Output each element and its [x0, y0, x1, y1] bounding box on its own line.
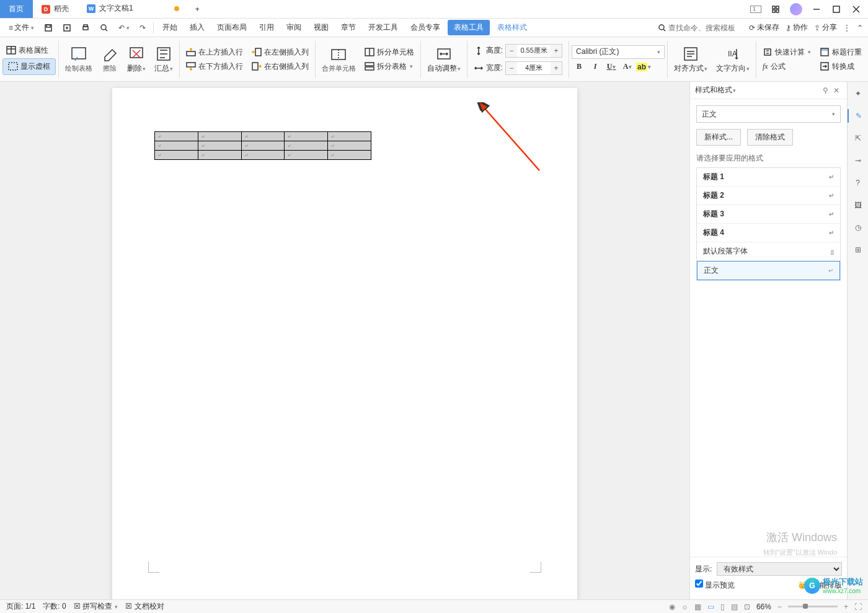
insert-col-left-button[interactable]: 在左侧插入列	[248, 46, 312, 59]
split-table-button[interactable]: 拆分表格▾	[361, 60, 418, 73]
menu-chapter[interactable]: 章节	[336, 20, 361, 35]
rail-help-icon[interactable]: ?	[851, 176, 865, 190]
sb-expand-icon[interactable]: ⛶	[854, 602, 862, 611]
qat-print[interactable]	[78, 22, 94, 34]
zoom-out[interactable]: −	[777, 602, 782, 611]
close-button[interactable]	[847, 2, 866, 17]
table-props-button[interactable]: 表格属性	[2, 44, 56, 57]
show-select[interactable]: 有效样式	[717, 562, 842, 576]
zoom-slider[interactable]	[788, 606, 838, 607]
show-virtual-frame-button[interactable]: 显示虚框	[2, 58, 56, 75]
layout-toggle-icon[interactable]: 1	[746, 2, 765, 17]
split-cell-button[interactable]: 拆分单元格	[361, 46, 418, 59]
tab-docker[interactable]: D稻壳	[33, 0, 78, 18]
apps-icon[interactable]	[766, 2, 785, 17]
delete-button[interactable]: 删除▾	[123, 44, 149, 75]
rail-image-icon[interactable]: 🖼	[851, 198, 865, 212]
autofit-button[interactable]: 自动调整▾	[423, 44, 464, 75]
share-button[interactable]: ⇪分享	[814, 22, 837, 33]
menu-hamburger[interactable]: ≡ 文件▾	[5, 20, 38, 35]
menu-insert[interactable]: 插入	[185, 20, 210, 35]
preview-checkbox[interactable]: 显示预览	[695, 580, 735, 591]
status-spell[interactable]: ☒ 拼写检查 ▾	[74, 601, 118, 612]
italic-button[interactable]: I	[588, 60, 603, 74]
menu-view[interactable]: 视图	[309, 20, 334, 35]
sb-sun-icon[interactable]: ☼	[681, 602, 688, 611]
merge-cells-button[interactable]: 合并单元格	[318, 45, 360, 74]
current-style-select[interactable]: 正文▾	[696, 105, 841, 123]
coop-button[interactable]: ⚷协作	[786, 22, 808, 33]
pin-icon[interactable]: ⚲	[820, 86, 831, 95]
width-minus[interactable]: −	[506, 62, 517, 74]
sb-fit-icon[interactable]: ⊡	[744, 602, 750, 611]
sb-grid-icon[interactable]: ▦	[694, 602, 701, 611]
user-avatar[interactable]	[790, 3, 802, 15]
sb-eye-icon[interactable]: ◉	[669, 602, 675, 611]
style-default-font[interactable]: 默认段落字体a	[697, 242, 840, 261]
rail-select-icon[interactable]: ⇱	[851, 131, 865, 145]
status-words[interactable]: 字数: 0	[43, 601, 66, 612]
insert-row-below-button[interactable]: 在下方插入行	[182, 60, 247, 73]
summary-button[interactable]: 汇总▾	[151, 44, 177, 75]
smart-layout-link[interactable]: 智能排版	[812, 580, 842, 591]
qat-export[interactable]	[59, 22, 75, 34]
qat-preview[interactable]	[96, 22, 112, 34]
sb-web-icon[interactable]: ▤	[731, 602, 738, 611]
underline-button[interactable]: U▾	[604, 60, 619, 74]
minimize-button[interactable]	[807, 2, 826, 17]
qat-undo[interactable]: ↶▾	[115, 22, 133, 34]
draw-table-button[interactable]: 绘制表格	[61, 45, 96, 74]
menu-review[interactable]: 审阅	[281, 20, 306, 35]
more-menu[interactable]: ⋮	[843, 24, 851, 32]
menu-member[interactable]: 会员专享	[405, 20, 445, 35]
document-workspace[interactable]: ⤶⤶⤶⤶⤶ ⤶⤶⤶⤶⤶ ⤶⤶⤶⤶⤶	[0, 82, 689, 599]
qat-redo[interactable]: ↷	[136, 22, 149, 34]
rail-pencil-icon[interactable]: ✎	[848, 109, 869, 123]
tab-document[interactable]: W文字文稿1	[78, 0, 188, 18]
style-heading2[interactable]: 标题 2↵	[697, 187, 840, 205]
height-plus[interactable]: +	[551, 45, 562, 57]
rail-clock-icon[interactable]: ◷	[851, 221, 865, 234]
rail-settings-icon[interactable]: ⊸	[851, 154, 865, 167]
menu-table-style[interactable]: 表格样式	[492, 20, 532, 35]
insert-row-above-button[interactable]: 在上方插入行	[182, 46, 247, 59]
unsaved-button[interactable]: ⟳未保存	[749, 22, 779, 33]
formula-button[interactable]: fx 公式	[759, 60, 815, 73]
tab-add[interactable]: +	[188, 0, 207, 18]
panel-close-icon[interactable]: ✕	[831, 86, 842, 95]
bold-button[interactable]: B	[572, 60, 587, 74]
highlight-button[interactable]: ab▾	[636, 60, 651, 74]
font-color-button[interactable]: A▾	[620, 60, 635, 74]
new-style-button[interactable]: 新样式...	[696, 129, 741, 146]
menu-start[interactable]: 开始	[157, 20, 182, 35]
style-heading4[interactable]: 标题 4↵	[697, 224, 840, 242]
collapse-ribbon[interactable]: ⌃	[857, 24, 863, 32]
text-direction-button[interactable]: IIA文字方向▾	[712, 44, 753, 75]
maximize-button[interactable]	[827, 2, 846, 17]
style-heading3[interactable]: 标题 3↵	[697, 205, 840, 224]
menu-dev[interactable]: 开发工具	[363, 20, 403, 35]
clear-format-button[interactable]: 清除格式	[747, 129, 793, 146]
style-body-text[interactable]: 正文↵	[697, 261, 840, 280]
width-plus[interactable]: +	[551, 62, 562, 74]
height-minus[interactable]: −	[506, 45, 517, 57]
fast-calc-button[interactable]: 快速计算▾	[759, 46, 815, 59]
font-select[interactable]: Calibri (正文)▾	[572, 45, 665, 59]
style-heading1[interactable]: 标题 1↵	[697, 168, 840, 187]
tab-home[interactable]: 首页	[0, 0, 33, 18]
sb-read-icon[interactable]: ▯	[720, 602, 725, 611]
rail-sparkle-icon[interactable]: ✦	[851, 87, 865, 100]
convert-button[interactable]: 转换成	[816, 60, 866, 73]
menu-layout[interactable]: 页面布局	[212, 20, 252, 35]
menu-table-tools[interactable]: 表格工具	[448, 20, 490, 35]
status-proofread[interactable]: ☒ 文档校对	[125, 601, 164, 612]
width-input[interactable]	[517, 64, 551, 72]
command-search[interactable]	[658, 24, 743, 32]
title-row-repeat-button[interactable]: 标题行重	[816, 46, 866, 59]
insert-col-right-button[interactable]: 在右侧插入列	[248, 60, 312, 73]
zoom-level[interactable]: 66%	[756, 602, 771, 611]
document-table[interactable]: ⤶⤶⤶⤶⤶ ⤶⤶⤶⤶⤶ ⤶⤶⤶⤶⤶	[154, 131, 371, 160]
zoom-in[interactable]: +	[844, 602, 848, 611]
status-page[interactable]: 页面: 1/1	[6, 601, 35, 612]
erase-button[interactable]: 擦除	[97, 45, 122, 74]
